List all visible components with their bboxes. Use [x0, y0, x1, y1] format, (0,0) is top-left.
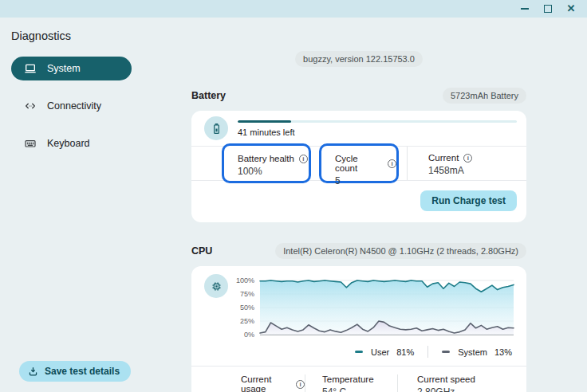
sidebar-item-keyboard[interactable]: Keyboard	[11, 131, 132, 155]
system-legend-swatch	[442, 351, 450, 353]
battery-progress-bar	[238, 120, 517, 123]
temperature-stat: Temperature 54° C	[305, 374, 397, 392]
battery-health-stat-highlighted: Battery health 100%	[222, 143, 311, 183]
info-icon[interactable]	[296, 380, 305, 389]
laptop-icon	[23, 62, 37, 76]
battery-card: 41 minutes left Battery health 100% Cycl…	[191, 111, 526, 222]
battery-progress-fill	[238, 120, 291, 123]
current-speed-label: Current speed	[417, 374, 475, 384]
svg-text:75%: 75%	[240, 290, 254, 298]
keyboard-icon	[23, 137, 37, 151]
system-legend-value: 13%	[494, 347, 512, 357]
svg-text:50%: 50%	[240, 304, 254, 312]
maximize-icon[interactable]	[543, 4, 553, 14]
legend-divider	[427, 346, 428, 358]
user-legend-swatch	[355, 351, 363, 353]
cycle-count-label: Cycle count	[335, 154, 383, 173]
window-titlebar	[0, 0, 587, 18]
svg-text:25%: 25%	[240, 317, 254, 325]
minimize-icon[interactable]	[520, 4, 530, 14]
download-icon	[28, 367, 38, 377]
current-speed-stat: Current speed 2.80GHz	[397, 374, 526, 392]
diagnostics-app: Diagnostics System Connectivity	[0, 18, 587, 392]
battery-health-value: 100%	[238, 166, 309, 177]
user-legend-label: User	[371, 347, 389, 357]
ethernet-icon	[23, 100, 37, 113]
info-icon[interactable]	[388, 159, 396, 168]
main-content: bugzzy, version 122.15753.0 Battery 5723…	[191, 18, 526, 392]
svg-text:100%: 100%	[236, 276, 254, 284]
current-label: Current	[428, 153, 459, 163]
cpu-usage-chart: 100%75%50%25%0%	[231, 274, 518, 341]
cpu-section-title: CPU	[191, 245, 212, 257]
battery-capacity-badge: 5723mAh Battery	[443, 88, 526, 104]
sidebar-item-connectivity[interactable]: Connectivity	[11, 94, 132, 118]
cpu-icon	[204, 274, 228, 298]
cycle-count-value: 5	[335, 175, 396, 186]
save-button-label: Save test details	[45, 366, 120, 377]
cycle-count-stat-highlighted: Cycle count 5	[319, 143, 399, 183]
sidebar-item-system[interactable]: System	[11, 57, 132, 80]
current-stat: Current 1458mA	[407, 147, 526, 180]
legend-item-user: User 81%	[355, 347, 414, 357]
legend-item-system: System 13%	[442, 347, 512, 357]
svg-text:0%: 0%	[244, 331, 254, 339]
battery-icon	[204, 116, 228, 140]
sidebar: Diagnostics System Connectivity	[0, 18, 187, 392]
current-usage-stat: Current usage 94%	[191, 374, 305, 392]
battery-stats-row: Battery health 100% Cycle count 5 Curren…	[191, 146, 526, 181]
cpu-usage-chart-wrap: 100%75%50%25%0%	[231, 274, 518, 341]
user-legend-value: 81%	[396, 347, 414, 357]
save-test-details-button[interactable]: Save test details	[19, 361, 131, 382]
info-icon[interactable]	[299, 155, 308, 163]
temperature-label: Temperature	[322, 374, 374, 384]
version-badge: bugzzy, version 122.15753.0	[295, 51, 423, 67]
page-title: Diagnostics	[0, 18, 187, 57]
close-icon[interactable]	[566, 4, 576, 14]
current-speed-value: 2.80GHz	[417, 386, 526, 392]
system-legend-label: System	[458, 347, 487, 357]
info-icon[interactable]	[463, 154, 472, 163]
cpu-chart-legend: User 81% System 13%	[191, 341, 526, 366]
battery-section-header: Battery 5723mAh Battery	[191, 88, 526, 104]
sidebar-item-label: Connectivity	[47, 100, 101, 112]
temperature-value: 54° C	[322, 386, 397, 392]
current-value: 1458mA	[428, 165, 526, 176]
run-charge-test-button[interactable]: Run Charge test	[420, 190, 517, 211]
cpu-section-header: CPU Intel(R) Celeron(R) N4500 @ 1.10GHz …	[191, 243, 526, 259]
cpu-card: 100%75%50%25%0% User 81% System 13%	[191, 266, 526, 392]
cpu-model-badge: Intel(R) Celeron(R) N4500 @ 1.10GHz (2 t…	[275, 243, 526, 259]
battery-time-left: 41 minutes left	[238, 127, 517, 137]
battery-section-title: Battery	[191, 90, 226, 101]
sidebar-item-label: Keyboard	[47, 138, 90, 149]
battery-health-label: Battery health	[238, 154, 294, 163]
current-usage-label: Current usage	[241, 374, 291, 392]
cpu-stats-row: Current usage 94% Temperature 54° C Curr…	[191, 366, 526, 392]
sidebar-item-label: System	[47, 63, 81, 74]
